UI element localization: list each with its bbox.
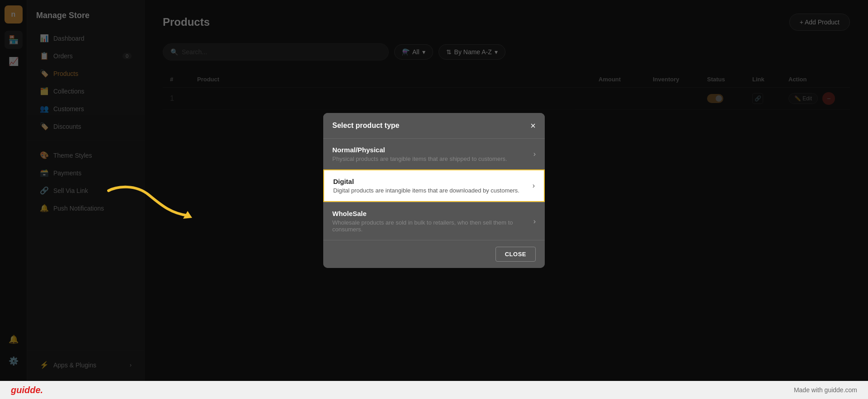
- main-content: Products + Add Product 🔍 Search... ⚗️ Al…: [145, 0, 868, 381]
- guidde-logo: guidde.: [11, 385, 43, 395]
- modal-close-footer-button[interactable]: CLOSE: [495, 247, 536, 262]
- modal-footer: CLOSE: [323, 240, 545, 268]
- option-desc-normal: Physical products are tangible items tha…: [332, 155, 507, 162]
- modal-option-digital[interactable]: Digital Digital products are intangible …: [323, 169, 545, 202]
- modal-close-button[interactable]: ×: [530, 121, 536, 130]
- modal-option-normal-physical[interactable]: Normal/Physical Physical products are ta…: [323, 138, 545, 169]
- modal-overlay[interactable]: Select product type × Normal/Physical Ph…: [145, 0, 868, 381]
- option-title-digital: Digital: [333, 178, 519, 185]
- option-desc-wholesale: Wholesale products are sold in bulk to r…: [332, 219, 533, 233]
- modal-title: Select product type: [332, 122, 399, 130]
- modal-option-wholesale[interactable]: WholeSale Wholesale products are sold in…: [323, 202, 545, 240]
- arrow-annotation: [145, 182, 199, 227]
- footer-credit: Made with guidde.com: [794, 386, 857, 394]
- chevron-right-icon: ›: [533, 150, 536, 158]
- chevron-right-icon: ›: [533, 217, 536, 225]
- svg-marker-0: [183, 211, 192, 219]
- option-title-normal: Normal/Physical: [332, 146, 507, 154]
- chevron-right-icon: ›: [533, 182, 535, 190]
- modal-header: Select product type ×: [323, 113, 545, 138]
- modal-dialog: Select product type × Normal/Physical Ph…: [323, 113, 545, 268]
- option-title-wholesale: WholeSale: [332, 210, 533, 217]
- footer-bar: guidde. Made with guidde.com: [0, 381, 868, 399]
- option-desc-digital: Digital products are intangible items th…: [333, 187, 519, 194]
